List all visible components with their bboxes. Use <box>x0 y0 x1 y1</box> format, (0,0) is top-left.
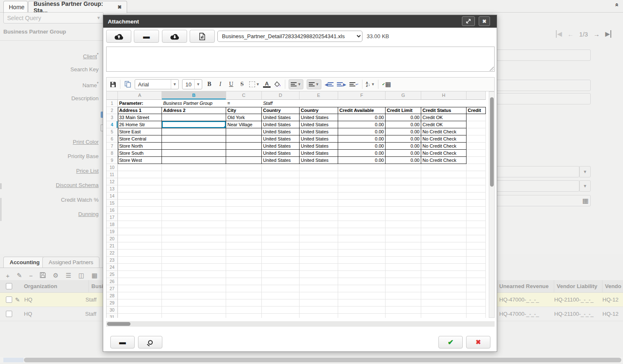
cell-A12[interactable] <box>118 178 162 185</box>
cell-F4[interactable]: 0.00 <box>338 121 386 128</box>
cell-D29[interactable] <box>262 299 300 307</box>
cell-G14[interactable] <box>386 192 421 200</box>
cell-C18[interactable] <box>226 221 262 228</box>
cell-E23[interactable] <box>300 257 338 264</box>
cell-E16[interactable] <box>300 207 338 214</box>
cell-B22[interactable] <box>162 250 226 257</box>
grid-horizontal-scrollbar[interactable] <box>106 321 495 327</box>
cell-B17[interactable] <box>162 214 226 221</box>
column-header-E[interactable]: E <box>300 91 338 100</box>
cell-E30[interactable] <box>300 307 338 314</box>
column-header-partial[interactable] <box>467 91 486 100</box>
cell-A11[interactable] <box>118 171 162 178</box>
grid-vertical-scrollbar[interactable] <box>489 91 495 318</box>
cell-C7[interactable] <box>226 143 262 150</box>
cell-D20[interactable] <box>262 235 300 242</box>
edit-record-icon[interactable]: ✎ <box>17 272 22 279</box>
cell-G13[interactable] <box>386 185 421 192</box>
dialog-titlebar[interactable]: Attachment <box>103 15 497 28</box>
cell-I3[interactable] <box>467 114 486 121</box>
cell-H18[interactable] <box>421 221 467 228</box>
cell-H23[interactable] <box>421 257 467 264</box>
row-header-29[interactable]: 29 <box>107 299 118 307</box>
cell-B16[interactable] <box>162 207 226 214</box>
splitter-handle[interactable] <box>0 198 2 221</box>
cell-A8[interactable]: Store South <box>118 150 162 157</box>
cell-I7[interactable] <box>467 143 486 150</box>
cell-C3[interactable]: Old York <box>226 114 262 121</box>
scrollbar-thumb[interactable] <box>490 97 494 187</box>
cell-D27[interactable] <box>262 285 300 292</box>
cell-G22[interactable] <box>386 250 421 257</box>
cell-A9[interactable]: Store West <box>118 157 162 164</box>
cell-H7[interactable]: No Credit Check <box>421 143 467 150</box>
cell-A2[interactable]: Address 1 <box>118 107 162 114</box>
cell-C28[interactable] <box>226 292 262 299</box>
cell-G25[interactable] <box>386 271 421 278</box>
cell-I23[interactable] <box>467 257 486 264</box>
font-name-select[interactable]: Arial ▼ <box>135 79 179 89</box>
cell-A10[interactable] <box>118 164 162 171</box>
cell-G20[interactable] <box>386 235 421 242</box>
cell-H13[interactable] <box>421 185 467 192</box>
cell-E4[interactable]: United States <box>300 121 338 128</box>
row-header-13[interactable]: 13 <box>107 185 118 192</box>
cell-A22[interactable] <box>118 250 162 257</box>
cell-A31[interactable] <box>118 314 162 318</box>
delete-attachment-footer-button[interactable]: ▬ <box>110 336 135 348</box>
italic-button[interactable]: I <box>216 81 224 88</box>
cell-H20[interactable] <box>421 235 467 242</box>
cell-G12[interactable] <box>386 178 421 185</box>
row-header-15[interactable]: 15 <box>107 200 118 207</box>
cell-A20[interactable] <box>118 235 162 242</box>
row-header-28[interactable]: 28 <box>107 292 118 299</box>
row-header-25[interactable]: 25 <box>107 271 118 278</box>
tab-accounting[interactable]: Accounting <box>3 257 46 268</box>
row-header-18[interactable]: 18 <box>107 221 118 228</box>
delete-record-icon[interactable]: − <box>29 272 33 279</box>
cell-F5[interactable]: 0.00 <box>338 128 386 135</box>
column-header-D[interactable]: D <box>262 91 300 100</box>
font-size-select[interactable]: 10 ▼ <box>182 79 202 89</box>
cell-I21[interactable] <box>467 242 486 250</box>
cell-C12[interactable] <box>226 178 262 185</box>
label-dunning[interactable]: Dunning <box>0 211 99 218</box>
table-row[interactable]: HQ Staff <box>0 307 103 321</box>
row-header-30[interactable]: 30 <box>107 307 118 314</box>
resize-handle[interactable] <box>490 67 494 71</box>
cell-C11[interactable] <box>226 171 262 178</box>
cell-A29[interactable] <box>118 299 162 307</box>
name-field[interactable] <box>496 80 591 91</box>
cell-B8[interactable] <box>162 150 226 157</box>
cell-I9[interactable] <box>467 157 486 164</box>
cell-I29[interactable] <box>467 299 486 307</box>
cell-H10[interactable] <box>421 164 467 171</box>
cell-B14[interactable] <box>162 192 226 200</box>
cell-D19[interactable] <box>262 228 300 235</box>
cell-C26[interactable] <box>226 278 262 285</box>
cell-I28[interactable] <box>467 292 486 299</box>
cell-B20[interactable] <box>162 235 226 242</box>
cell-G23[interactable] <box>386 257 421 264</box>
cell-D17[interactable] <box>262 214 300 221</box>
cell-B24[interactable] <box>162 264 226 271</box>
cell-I5[interactable] <box>467 128 486 135</box>
cell-E29[interactable] <box>300 299 338 307</box>
cell-A21[interactable] <box>118 242 162 250</box>
cell-C29[interactable] <box>226 299 262 307</box>
cell-C13[interactable] <box>226 185 262 192</box>
cell-A6[interactable]: Store Central <box>118 135 162 143</box>
cell-I2[interactable]: Credit <box>467 107 486 114</box>
label-print-color[interactable]: Print Color <box>0 138 99 146</box>
cell-A18[interactable] <box>118 221 162 228</box>
row-header-24[interactable]: 24 <box>107 264 118 271</box>
row-header-27[interactable]: 27 <box>107 285 118 292</box>
price-list-field[interactable] <box>496 166 579 177</box>
cell-E21[interactable] <box>300 242 338 250</box>
next-record-icon[interactable]: → <box>593 31 600 38</box>
cell-A1[interactable]: Parameter: <box>118 100 162 107</box>
credit-watch-field[interactable] <box>496 195 591 206</box>
cell-F28[interactable] <box>338 292 386 299</box>
calculator-icon[interactable]: ▦ <box>582 197 589 205</box>
cancel-button[interactable]: ✖ <box>466 336 490 348</box>
